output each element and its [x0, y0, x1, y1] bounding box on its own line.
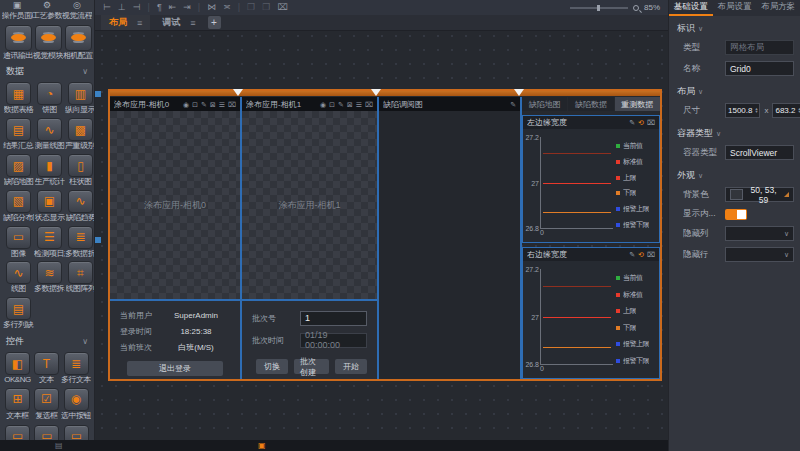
- tab-basic-settings[interactable]: 基础设置: [669, 0, 713, 16]
- column-splitter[interactable]: [377, 97, 379, 379]
- add-tab-button[interactable]: +: [208, 16, 221, 29]
- sidebar-data-item[interactable]: ▭ 图像: [3, 226, 34, 259]
- height-stepper[interactable]: 683.2 ▲▼: [772, 103, 800, 118]
- toolbar-icon[interactable]: |: [198, 3, 200, 12]
- sidebar-featured-item[interactable]: 视觉模块: [33, 25, 63, 61]
- sidebar-data-item[interactable]: ▨ 缺陷地图: [3, 154, 34, 187]
- zoom-slider-knob[interactable]: [597, 5, 600, 11]
- sidebar-data-item[interactable]: ▣ 状态显示: [34, 190, 65, 223]
- width-stepper[interactable]: 1500.8 ▲▼: [725, 103, 760, 118]
- sidebar-control-item[interactable]: ◉ 选中按钮: [61, 388, 91, 421]
- toolbar-icon[interactable]: |: [238, 3, 240, 12]
- expand-corner-icon[interactable]: [784, 192, 789, 197]
- toolbar-icon[interactable]: ⋈: [207, 3, 216, 12]
- sidebar-data-item[interactable]: ▤ 多行列缺...: [3, 297, 34, 330]
- batch-action-button[interactable]: 切换: [256, 359, 288, 374]
- section-controls[interactable]: 控件 ∨: [0, 332, 94, 350]
- panel-header-icon[interactable]: ◉: [183, 101, 189, 108]
- panel-cam0[interactable]: 涂布应用-相机0 ◉⊡✎⊠☰⌧ 涂布应用-相机0: [110, 97, 240, 299]
- sidebar-data-item[interactable]: ∿ 线图: [3, 261, 34, 294]
- sidebar-data-item[interactable]: ⌗ 线图阵列: [65, 261, 95, 294]
- tab-menu-icon[interactable]: ≡: [137, 18, 142, 28]
- tab-menu-icon[interactable]: ≡: [190, 18, 195, 28]
- name-field[interactable]: Grid0: [725, 61, 794, 76]
- sidebar-data-item[interactable]: ▦ 数据表格: [3, 82, 34, 115]
- sidebar-featured-item[interactable]: 通讯输出: [3, 25, 33, 61]
- panel-header-icon[interactable]: ☰: [356, 101, 362, 108]
- column-marker[interactable]: [514, 89, 524, 96]
- resize-handle[interactable]: [95, 237, 101, 243]
- sidebar-data-item[interactable]: ≣ 多数据折...: [65, 226, 95, 259]
- tab-defect-data[interactable]: 缺陷数据: [568, 97, 613, 111]
- column-marker[interactable]: [233, 89, 243, 96]
- tab-layout-scheme[interactable]: 布局方案: [756, 0, 800, 16]
- column-splitter[interactable]: [240, 97, 242, 379]
- chart-header-icon[interactable]: ⌧: [647, 119, 655, 126]
- sidebar-data-item[interactable]: ▥ 纵向显示...: [65, 82, 95, 115]
- section-container[interactable]: 容器类型 ∨: [669, 121, 800, 142]
- panel-header-icon[interactable]: ☰: [219, 101, 225, 108]
- column-splitter[interactable]: [520, 97, 522, 379]
- batch-action-button[interactable]: 开始: [335, 359, 367, 374]
- sidebar-data-item[interactable]: ▮ 生产统计: [34, 154, 65, 187]
- toolbar-icon[interactable]: ❐: [262, 3, 270, 12]
- toolbar-icon[interactable]: ⊢: [103, 3, 111, 12]
- sidebar-control-item[interactable]: ◧ OK&NG: [3, 352, 32, 385]
- chart-right-edge-width[interactable]: 右边缘宽度 ✎⟲⌧ 27.2 27 26.8 0: [522, 247, 660, 379]
- panel-header-icon[interactable]: ⌧: [365, 101, 373, 108]
- panel-header-icon[interactable]: ◉: [320, 101, 326, 108]
- toolbar-icon[interactable]: ⌧: [277, 3, 287, 12]
- panel-header-icon[interactable]: ⊡: [329, 101, 335, 108]
- chart-header-icon[interactable]: ✎: [629, 251, 635, 258]
- color-swatch[interactable]: [730, 189, 743, 200]
- resize-handle[interactable]: [95, 91, 101, 97]
- toolbar-icon[interactable]: ¶: [157, 3, 162, 12]
- panel-cam1[interactable]: 涂布应用-相机1 ◉⊡✎⊠☰⌧ 涂布应用-相机1: [242, 97, 377, 299]
- panel-header-icon[interactable]: ✎: [338, 101, 344, 108]
- sidebar-control-item[interactable]: ▭: [62, 425, 91, 440]
- sidebar-control-item[interactable]: ▭: [3, 425, 32, 440]
- stepper-arrows-icon[interactable]: ▲▼: [754, 108, 759, 113]
- sidebar-data-item[interactable]: ▩ 严重级别图: [65, 118, 95, 151]
- sidebar-featured-item[interactable]: 相机配置: [63, 25, 93, 61]
- panel-defect-review[interactable]: 缺陷调阅图 ✎: [379, 97, 520, 379]
- sidebar-data-item[interactable]: ▧ 缺陷分布图: [3, 190, 34, 223]
- edit-icon[interactable]: ✎: [510, 101, 516, 108]
- sidebar-control-item[interactable]: ⊞ 文本框: [3, 388, 32, 421]
- tab-layout[interactable]: 布局 ≡: [101, 15, 150, 30]
- logout-button[interactable]: 退出登录: [127, 361, 223, 376]
- chevron-down-icon[interactable]: ∨: [82, 67, 88, 76]
- batch-action-button[interactable]: 批次创建: [294, 359, 329, 374]
- panel-header-icon[interactable]: ✎: [201, 101, 207, 108]
- section-data[interactable]: 数据 ∨: [0, 62, 94, 80]
- panel-header-icon[interactable]: ⊡: [192, 101, 198, 108]
- zoom-slider[interactable]: [570, 7, 628, 9]
- panel-header-icon[interactable]: ⊠: [210, 101, 216, 108]
- tab-retest-data[interactable]: 重测数据: [615, 97, 660, 111]
- alert-icon[interactable]: ▣: [258, 442, 266, 450]
- batch-panel[interactable]: 批次号 1 批次时间 01/19 00:00:00 切换批次创建开始: [242, 301, 377, 379]
- section-appearance[interactable]: 外观 ∨: [669, 163, 800, 184]
- show-content-toggle[interactable]: [725, 209, 747, 220]
- sidebar-control-item[interactable]: ▭: [32, 425, 61, 440]
- tab-defect-map[interactable]: 缺陷地图: [522, 97, 567, 111]
- sidebar-data-item[interactable]: ▯ 柱状图: [65, 154, 95, 187]
- sidebar-data-item[interactable]: ≋ 多数据拆...: [34, 261, 65, 294]
- background-color-field[interactable]: 50, 53, 59: [725, 187, 794, 202]
- sidebar-data-item[interactable]: ▤ 结果汇总...: [3, 118, 34, 151]
- batch-no-input[interactable]: 1: [300, 311, 367, 326]
- sidebar-data-item[interactable]: ◔ 饼图: [34, 82, 65, 115]
- toolbar-icon[interactable]: ⇤: [169, 3, 177, 12]
- tab-layout-settings[interactable]: 布局设置: [713, 0, 757, 16]
- sidebar-data-item[interactable]: ☰ 检测项日志: [34, 226, 65, 259]
- toolbar-icon[interactable]: ≍: [223, 3, 231, 12]
- user-info-panel[interactable]: 当前用户 SuperAdmin 登录时间 18:25:38 当前班次 白班(M/…: [110, 301, 240, 379]
- chart-header-icon[interactable]: ⌧: [647, 251, 655, 258]
- toolbar-icon[interactable]: ❐: [247, 3, 255, 12]
- tab-debug[interactable]: 调试 ≡: [154, 15, 203, 30]
- sidebar-data-item[interactable]: ∿ 缺陷趋势: [65, 190, 95, 223]
- chart-left-edge-width[interactable]: 左边缘宽度 ✎⟲⌧ 27.2 27 26.8 0: [522, 115, 660, 243]
- container-type-field[interactable]: ScrollViewer: [725, 145, 794, 160]
- toolbar-icon[interactable]: |: [148, 3, 150, 12]
- sidebar-control-item[interactable]: T 文本: [32, 352, 61, 385]
